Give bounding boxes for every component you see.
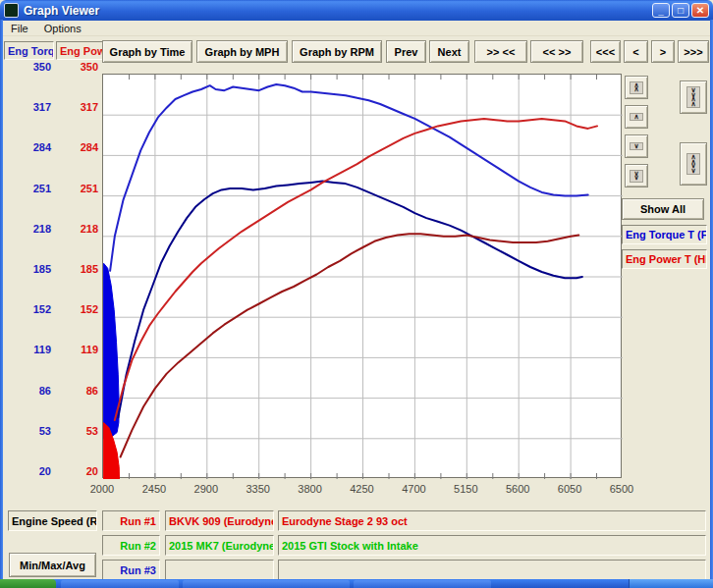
x-tick-label: 2450 — [133, 483, 176, 495]
zoom-in-x-button[interactable]: >> << — [474, 40, 527, 63]
min-max-avg-button[interactable]: Min/Max/Avg — [9, 553, 96, 577]
y-tick-label-torque: 317 — [6, 101, 51, 113]
graph-by-mph-button[interactable]: Graph by MPH — [196, 40, 288, 63]
menu-options[interactable]: Options — [36, 22, 89, 35]
pan-up-button[interactable]: ∧ — [625, 105, 648, 129]
pan-up-icon: ∧ — [630, 113, 642, 122]
taskbar-window-button[interactable] — [354, 580, 491, 588]
run-file-field[interactable]: BKVK 909 (Eurodyne, B — [165, 510, 274, 531]
series-curve — [115, 119, 597, 420]
run-file-field[interactable] — [165, 560, 274, 580]
pan-down-icon: ∨ — [630, 142, 642, 151]
dyno-chart — [103, 75, 623, 479]
pan-down-button[interactable]: ∨ — [625, 134, 648, 158]
taskbar-window-button[interactable] — [183, 580, 350, 588]
y-tick-label-torque: 350 — [6, 61, 51, 73]
zoom-in-y-button[interactable]: ∨∨∧∧ — [680, 80, 707, 114]
pan-left-fast-button[interactable]: <<< — [590, 40, 621, 63]
x-tick-label: 3350 — [237, 483, 280, 495]
series-curve — [118, 182, 582, 418]
x-tick-label: 5600 — [496, 483, 539, 495]
pan-up-fast-icon: ∧∧ — [630, 81, 642, 94]
run-desc-field[interactable] — [278, 560, 706, 580]
y-tick-label-power: 317 — [53, 101, 98, 113]
run-label: Run #2 — [102, 535, 160, 556]
y-tick-label-torque: 218 — [6, 223, 51, 235]
series-curve — [121, 234, 579, 456]
y-tick-label-torque: 152 — [6, 303, 51, 315]
zoom-out-y-icon: ∧∧∨∨ — [686, 153, 699, 175]
taskbar-window-button[interactable] — [61, 580, 179, 588]
y-tick-label-torque: 251 — [6, 183, 51, 194]
x-axis-channel-field[interactable]: Engine Speed (RPM) — [8, 510, 97, 531]
x-tick-label: 2900 — [185, 483, 228, 495]
zoom-out-y-button[interactable]: ∧∧∨∨ — [680, 142, 707, 186]
zoom-in-y-icon: ∨∨∧∧ — [686, 86, 699, 108]
y-tick-label-power: 86 — [53, 385, 98, 397]
title-bar[interactable]: Graph Viewer _ □ ✕ — [0, 0, 713, 21]
run-desc-field[interactable]: Eurodyne Stage 2 93 oct — [278, 510, 706, 531]
graph-viewer-window: Graph Viewer _ □ ✕ File Options Eng Torq… — [0, 0, 713, 588]
y-tick-label-power: 350 — [53, 61, 98, 73]
show-all-button[interactable]: Show All — [622, 198, 704, 220]
close-button[interactable]: ✕ — [691, 3, 709, 18]
x-tick-label: 6500 — [600, 483, 643, 495]
y-tick-label-power: 20 — [53, 465, 98, 477]
system-tray[interactable] — [629, 579, 713, 588]
x-tick-label: 3800 — [289, 483, 332, 495]
legend-power[interactable]: Eng Power T (HP) — [622, 249, 707, 269]
prev-button[interactable]: Prev — [386, 40, 426, 63]
y-tick-label-power: 251 — [53, 183, 98, 194]
start-button[interactable] — [0, 579, 56, 588]
window-border-left — [0, 20, 3, 579]
y-tick-label-power: 185 — [53, 263, 98, 275]
y-tick-label-power: 119 — [53, 344, 98, 355]
y-tick-label-torque: 185 — [6, 263, 51, 275]
dyno-plot-area[interactable] — [102, 74, 622, 478]
pan-right-button[interactable]: > — [651, 40, 675, 63]
app-icon — [4, 3, 19, 18]
pan-down-fast-icon: ∨∨ — [630, 170, 642, 183]
pan-right-fast-button[interactable]: >>> — [678, 40, 709, 63]
y-tick-label-power: 218 — [53, 223, 98, 235]
x-tick-label: 5150 — [444, 483, 487, 495]
pan-left-button[interactable]: < — [624, 40, 648, 63]
graph-by-rpm-button[interactable]: Graph by RPM — [292, 40, 382, 63]
y-tick-label-power: 152 — [53, 303, 98, 315]
menu-file[interactable]: File — [3, 22, 36, 35]
menu-bar: File Options — [3, 21, 710, 36]
run-label: Run #1 — [102, 510, 160, 531]
window-title: Graph Viewer — [24, 4, 99, 18]
graph-by-time-button[interactable]: Graph by Time — [102, 40, 192, 63]
minimize-button[interactable]: _ — [652, 3, 670, 18]
y-tick-label-torque: 119 — [6, 344, 51, 355]
x-tick-label: 6050 — [548, 483, 591, 495]
y-axis-power-header[interactable]: Eng Power — [56, 41, 105, 60]
y-tick-label-power: 53 — [53, 425, 98, 437]
next-button[interactable]: Next — [429, 40, 469, 63]
pan-down-fast-button[interactable]: ∨∨ — [625, 164, 648, 187]
run-file-field[interactable]: 2015 MK7 (Eurodyne, E — [165, 535, 274, 556]
run-desc-field[interactable]: 2015 GTI Stock with Intake — [278, 535, 706, 556]
x-tick-label: 4250 — [341, 483, 384, 495]
maximize-button[interactable]: □ — [672, 3, 689, 18]
y-axis-torque-header[interactable]: Eng Torque — [4, 41, 54, 60]
run-label: Run #3 — [102, 560, 160, 580]
legend-torque[interactable]: Eng Torque T (Ft-lbs) — [622, 225, 707, 244]
zoom-out-x-button[interactable]: << >> — [530, 40, 583, 63]
pan-up-fast-button[interactable]: ∧∧ — [625, 76, 648, 99]
x-tick-label: 4700 — [392, 483, 435, 495]
y-tick-label-torque: 20 — [6, 465, 51, 477]
y-tick-label-power: 284 — [53, 141, 98, 153]
y-tick-label-torque: 284 — [6, 141, 51, 153]
y-tick-label-torque: 53 — [6, 425, 51, 437]
y-tick-label-torque: 86 — [6, 385, 51, 397]
x-tick-label: 2000 — [81, 483, 124, 495]
taskbar[interactable] — [0, 579, 713, 588]
